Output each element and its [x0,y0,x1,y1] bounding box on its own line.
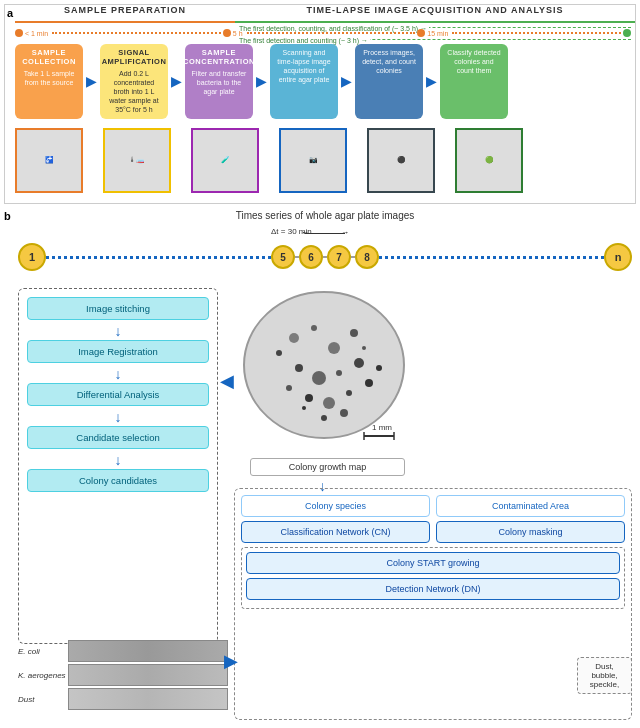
proc-box-scanning: Scanning and time-lapse image acquisitio… [270,44,338,119]
right-inner-box: Colony START growing Detection Network (… [241,547,625,609]
step6-desc: Classify detected colonies and count the… [445,48,503,75]
img-classified: 🟢 [455,128,523,193]
tl-dot-mid2 [417,29,425,37]
svg-point-5 [295,364,303,372]
tl-circle-7: 7 [327,245,351,269]
header-sample-prep: Sample Preparation [15,5,235,23]
process-boxes-row: SampleCollection Take 1 L sample from th… [15,41,631,121]
colony-species-box: Colony species [241,495,430,517]
flow-box-colony-candidates: Colony candidates [27,469,209,492]
timeline-b: 1 Δt = 30 min → ← 5 6 7 8 n [18,232,632,282]
step1-desc: Take 1 L sample from the source [20,69,78,87]
arrow-2: ▶ [171,73,182,89]
proc-box-sample-conc: SampleConcentration Filter and transfer … [185,44,253,119]
tl-dots-3 [452,32,621,34]
step3-desc: Filter and transfer bacteria to the agar… [190,69,248,96]
svg-point-18 [362,346,366,350]
bottom-images: E. coli K. aerogenes Dust [18,640,228,720]
flow-box-candidate-selection: Candidate selection [27,426,209,449]
proc-box-signal-amp: SignalAmplification Add 0.2 L concentrat… [100,44,168,119]
ecoli-label: E. coli [18,647,68,656]
right-boxes-area: Colony species Contaminated Area Classif… [234,488,632,720]
step1-title: SampleCollection [22,48,76,68]
tl-circle-1: 1 [18,243,46,271]
step5-desc: Process images, detect, and count coloni… [360,48,418,75]
tl-label-5h: 5 h [233,30,243,37]
svg-point-9 [305,394,313,402]
flow-arrow-1: ↓ [27,324,209,338]
svg-point-4 [350,329,358,337]
dust-row: Dust [18,688,228,710]
flow-arrow-4: ↓ [27,453,209,467]
kaero-label: K. aerogenes [18,671,68,680]
tl-circle-6: 6 [299,245,323,269]
svg-point-15 [340,409,348,417]
arrow-1: ▶ [86,73,97,89]
svg-point-17 [276,350,282,356]
header-timelapse: Time-lapse Image Acquisition and Analysi… [235,5,635,23]
tl-dots-1 [52,32,221,34]
arrow-plate-to-flow: ◀ [220,370,234,392]
arrow-bottom-right: ▶ [224,650,238,672]
arrow-5: ▶ [426,73,437,89]
svg-point-13 [365,379,373,387]
section-a-images: 🚰 🌡🧫 🧪 📷 ⚫ 🟢 [15,125,631,195]
arrow-4: ▶ [341,73,352,89]
tl-circle-8: 8 [355,245,379,269]
right-row-1: Colony species Contaminated Area [241,495,625,517]
proc-box-classify: Classify detected colonies and count the… [440,44,508,119]
kaero-row: K. aerogenes [18,664,228,686]
section-b-label: b [4,210,11,222]
tl-dot-end [623,29,631,37]
tl-circle-n: n [604,243,632,271]
svg-point-19 [376,365,382,371]
img-dark-plate: ⚫ [367,128,435,193]
tl-label-1min: < 1 min [25,30,48,37]
classification-network-box: Classification Network (CN) [241,521,430,543]
delta-arrow: → ← [271,233,379,234]
right-row-2: Classification Network (CN) Colony maski… [241,521,625,543]
svg-point-3 [328,342,340,354]
flow-box-image-registration: Image Registration [27,340,209,363]
section-a-label: a [7,7,13,19]
dust-box: Dust, bubble, speckle, [577,657,632,694]
tl-dot-start [15,29,23,37]
flow-box-image-stitching: Image stitching [27,297,209,320]
left-flowchart: Image stitching ↓ Image Registration ↓ D… [18,288,218,644]
colony-start-growing-box: Colony START growing [246,552,620,574]
dust-label: Dust [18,695,68,704]
img-beaker: 🌡🧫 [103,128,171,193]
ecoli-row: E. coli [18,640,228,662]
tl-dots-b-1 [46,256,271,259]
colony-growth-map-label: Colony growth map [250,458,405,476]
flow-arrow-2: ↓ [27,367,209,381]
detection-network-box: Detection Network (DN) [246,578,620,600]
times-header-text: Times series of whole agar plate images [236,210,415,221]
svg-point-7 [336,370,342,376]
section-a: a Sample Preparation Time-lapse Image Ac… [4,4,636,204]
section-a-headers: Sample Preparation Time-lapse Image Acqu… [15,5,635,23]
svg-text:1 mm: 1 mm [372,423,392,432]
tl-circle-5: 5 [271,245,295,269]
arrow-3: ▶ [256,73,267,89]
dust-strip [68,688,228,710]
tl-group-5678: Δt = 30 min → ← 5 6 7 8 [271,245,379,269]
flow-arrow-3: ↓ [27,410,209,424]
svg-point-12 [286,385,292,391]
tl-dots-2 [247,32,416,34]
ecoli-strip [68,640,228,662]
step4-desc: Scanning and time-lapse image acquisitio… [275,48,333,84]
tl-label-15min: 15 min [427,30,448,37]
proc-box-process: Process images, detect, and count coloni… [355,44,423,119]
section-a-timeline: < 1 min 5 h 15 min [15,25,631,41]
agar-plate-container: 1 mm [239,288,409,443]
colony-masking-box: Colony masking [436,521,625,543]
proc-box-sample-collection: SampleCollection Take 1 L sample from th… [15,44,83,119]
svg-point-10 [323,397,335,409]
svg-point-16 [302,406,306,410]
step2-desc: Add 0.2 L concentrated broth into 1 L wa… [105,69,163,114]
svg-point-14 [321,415,327,421]
svg-point-8 [354,358,364,368]
agar-plate-svg: 1 mm [239,288,409,443]
step2-title: SignalAmplification [102,48,167,68]
